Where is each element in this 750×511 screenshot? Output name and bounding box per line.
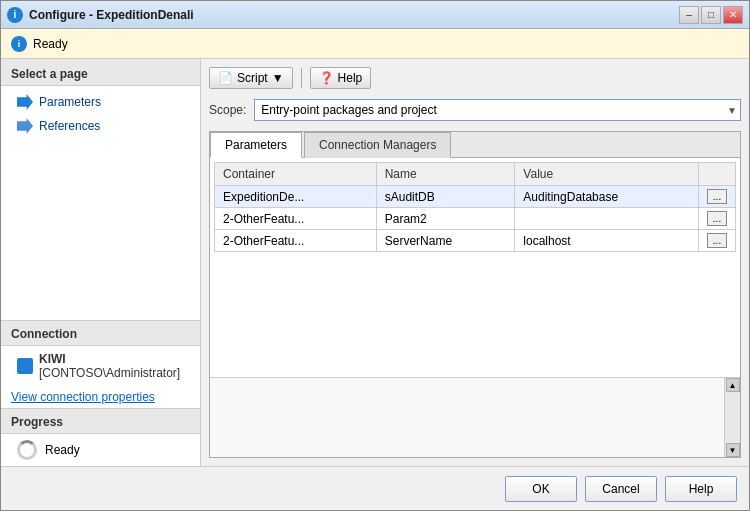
status-bar: Ready xyxy=(1,29,749,59)
scope-row: Scope: Entry-point packages and project … xyxy=(209,99,741,121)
row1-container: 2-OtherFeatu... xyxy=(215,208,377,230)
window-title: Configure - ExpeditionDenali xyxy=(29,8,679,22)
row1-action: ... xyxy=(699,208,736,230)
status-text: Ready xyxy=(33,37,68,51)
title-controls: – □ ✕ xyxy=(679,6,743,24)
bottom-bar: OK Cancel Help xyxy=(1,466,749,510)
sidebar-item-references[interactable]: References xyxy=(1,114,200,138)
main-window: Configure - ExpeditionDenali – □ ✕ Ready… xyxy=(0,0,750,511)
minimize-button[interactable]: – xyxy=(679,6,699,24)
table-row: 2-OtherFeatu... Param2 ... xyxy=(215,208,736,230)
row2-value: localhost xyxy=(515,230,699,252)
tab-connection-managers[interactable]: Connection Managers xyxy=(304,132,451,158)
col-name: Name xyxy=(376,163,515,186)
help-footer-button[interactable]: Help xyxy=(665,476,737,502)
col-value: Value xyxy=(515,163,699,186)
tab-content: Container Name Value ExpeditionDe... sAu… xyxy=(210,158,740,377)
help-button[interactable]: ❓ Help xyxy=(310,67,372,89)
sidebar-parameters-label: Parameters xyxy=(39,95,101,109)
row2-container: 2-OtherFeatu... xyxy=(215,230,377,252)
tab-parameters[interactable]: Parameters xyxy=(210,132,302,158)
connection-item: KIWI [CONTOSO\Administrator] xyxy=(1,346,200,386)
tabs-area: Parameters Connection Managers Container… xyxy=(209,131,741,458)
scroll-up-button[interactable]: ▲ xyxy=(726,378,740,392)
title-bar: Configure - ExpeditionDenali – □ ✕ xyxy=(1,1,749,29)
right-panel: 📄 Script ▼ ❓ Help Scope: Entry-point pac… xyxy=(201,59,749,466)
row0-ellipsis-button[interactable]: ... xyxy=(707,189,727,204)
script-label: Script xyxy=(237,71,268,85)
main-content: Select a page Parameters References Conn… xyxy=(1,59,749,466)
help-icon: ❓ xyxy=(319,71,334,85)
scope-select[interactable]: Entry-point packages and project All pac… xyxy=(254,99,741,121)
script-icon: 📄 xyxy=(218,71,233,85)
table-wrapper: Container Name Value ExpeditionDe... sAu… xyxy=(210,158,740,377)
toolbar-separator xyxy=(301,68,302,88)
progress-section-label: Progress xyxy=(1,408,200,434)
toolbar: 📄 Script ▼ ❓ Help xyxy=(209,67,741,89)
progress-status: Ready xyxy=(45,443,80,457)
progress-spinner xyxy=(17,440,37,460)
script-dropdown-arrow[interactable]: ▼ xyxy=(272,71,284,85)
ok-button[interactable]: OK xyxy=(505,476,577,502)
maximize-button[interactable]: □ xyxy=(701,6,721,24)
progress-item: Ready xyxy=(1,434,200,466)
row0-name: sAuditDB xyxy=(376,186,515,208)
row0-value: AuditingDatabase xyxy=(515,186,699,208)
parameters-icon xyxy=(17,94,33,110)
row0-action: ... xyxy=(699,186,736,208)
bottom-content-area: ▲ ▼ xyxy=(210,377,740,457)
table-row: 2-OtherFeatu... ServerName localhost ... xyxy=(215,230,736,252)
cancel-button[interactable]: Cancel xyxy=(585,476,657,502)
connection-sub: [CONTOSO\Administrator] xyxy=(39,366,180,380)
row2-name: ServerName xyxy=(376,230,515,252)
sidebar-references-label: References xyxy=(39,119,100,133)
connection-name: KIWI xyxy=(39,352,180,366)
connection-icon xyxy=(17,358,33,374)
tab-header: Parameters Connection Managers xyxy=(210,132,740,158)
sidebar-item-parameters[interactable]: Parameters xyxy=(1,90,200,114)
view-connection-link-wrapper: View connection properties xyxy=(1,386,200,408)
app-icon xyxy=(7,7,23,23)
scope-select-wrapper: Entry-point packages and project All pac… xyxy=(254,99,741,121)
select-page-label: Select a page xyxy=(1,59,200,86)
scope-label: Scope: xyxy=(209,103,246,117)
scrollbar-vertical: ▲ ▼ xyxy=(724,378,740,457)
sidebar-nav: Parameters References xyxy=(1,86,200,320)
help-label: Help xyxy=(338,71,363,85)
row1-name: Param2 xyxy=(376,208,515,230)
row1-value xyxy=(515,208,699,230)
status-icon xyxy=(11,36,27,52)
row0-container: ExpeditionDe... xyxy=(215,186,377,208)
references-icon xyxy=(17,118,33,134)
script-button[interactable]: 📄 Script ▼ xyxy=(209,67,293,89)
row2-action: ... xyxy=(699,230,736,252)
col-action xyxy=(699,163,736,186)
view-connection-link[interactable]: View connection properties xyxy=(11,390,155,404)
row2-ellipsis-button[interactable]: ... xyxy=(707,233,727,248)
connection-details: KIWI [CONTOSO\Administrator] xyxy=(39,352,180,380)
sidebar: Select a page Parameters References Conn… xyxy=(1,59,201,466)
scroll-down-button[interactable]: ▼ xyxy=(726,443,740,457)
row1-ellipsis-button[interactable]: ... xyxy=(707,211,727,226)
close-button[interactable]: ✕ xyxy=(723,6,743,24)
params-table: Container Name Value ExpeditionDe... sAu… xyxy=(214,162,736,252)
table-row: ExpeditionDe... sAuditDB AuditingDatabas… xyxy=(215,186,736,208)
col-container: Container xyxy=(215,163,377,186)
connection-section-label: Connection xyxy=(1,320,200,346)
